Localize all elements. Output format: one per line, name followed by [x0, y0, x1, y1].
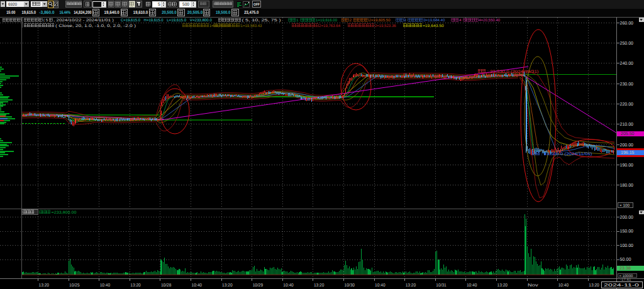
svg-text:240.00: 240.00 — [620, 62, 634, 66]
svg-text:10:40: 10:40 — [100, 283, 111, 288]
svg-text:Nov: Nov — [528, 283, 538, 288]
svg-text:H=19,615.0: H=19,615.0 — [144, 18, 164, 23]
svg-text:150.00: 150.00 — [620, 229, 634, 234]
svg-text:1: 1 — [296, 18, 299, 23]
svg-text:1=19,703.57: 1=19,703.57 — [209, 24, 231, 28]
svg-text:200.00: 200.00 — [620, 143, 634, 148]
svg-text:10/25: 10/25 — [69, 283, 80, 288]
svg-text:14,824,200: 14,824,200 — [74, 11, 91, 15]
svg-text:220.00: 220.00 — [620, 102, 634, 107]
svg-text:6920: 6920 — [8, 3, 17, 7]
svg-text:C=19,615.0: C=19,615.0 — [121, 18, 140, 23]
svg-text:50.00: 50.00 — [620, 258, 631, 262]
svg-text:( Close, 20, 1.0, -1.0, 0, 2.0: ( Close, 20, 1.0, -1.0, 0, 2.0, -2.0 ) — [55, 24, 136, 28]
svg-text:: 19,500.0 (2024/11/01): : 19,500.0 (2024/11/01) — [541, 152, 592, 156]
svg-text:23,475.0: 23,475.0 — [244, 11, 258, 15]
svg-text:10:40: 10:40 — [375, 283, 386, 288]
svg-text:13:20: 13:20 — [497, 283, 508, 288]
svg-text:5: 5 — [158, 3, 160, 7]
svg-text:V=233,800.0: V=233,800.0 — [190, 18, 212, 23]
svg-text:OFF: OFF — [253, 3, 260, 7]
svg-text:190.00: 190.00 — [620, 163, 634, 168]
svg-text:23.38: 23.38 — [619, 266, 631, 271]
svg-text:10/29: 10/29 — [253, 283, 264, 288]
svg-text:100.00: 100.00 — [620, 244, 634, 248]
svg-text:16.44%: 16.44% — [60, 11, 71, 15]
svg-text:10:40: 10:40 — [467, 283, 477, 288]
svg-text:10/30: 10/30 — [345, 283, 355, 288]
svg-text:20,500.0: 20,500.0 — [162, 11, 176, 15]
svg-text:10/28: 10/28 — [161, 283, 172, 288]
svg-text:500: 500 — [182, 3, 189, 7]
svg-text:1=19,616.00: 1=19,616.00 — [316, 18, 337, 23]
svg-text:2024-11-0: 2024-11-0 — [604, 283, 639, 288]
svg-text:13:20: 13:20 — [406, 283, 416, 288]
svg-text:4: 4 — [459, 18, 462, 23]
svg-text:13:20: 13:20 — [589, 283, 599, 288]
svg-text:-3,860.0: -3,860.0 — [39, 11, 54, 15]
svg-text:, 2024/10/22 - 2024/11/01 ): , 2024/10/22 - 2024/11/01 ) — [53, 18, 114, 23]
svg-text:210.00: 210.00 — [620, 123, 634, 127]
svg-text:10:40: 10:40 — [192, 283, 203, 288]
svg-text:4=20,550.40: 4=20,550.40 — [479, 18, 500, 23]
svg-text:3: 3 — [404, 18, 406, 23]
svg-text:( 5: ( 5 — [43, 18, 48, 23]
svg-text:180.00: 180.00 — [620, 183, 634, 188]
svg-text:15:00: 15:00 — [6, 11, 15, 15]
svg-text:20,505.0: 20,505.0 — [187, 11, 203, 15]
svg-text:3=19,684.40: 3=19,684.40 — [423, 18, 445, 23]
svg-text:=233,800.00: =233,800.00 — [52, 210, 77, 215]
svg-text:× 100: × 100 — [619, 204, 630, 208]
svg-text:10/31: 10/31 — [436, 283, 447, 288]
svg-text:200.00: 200.00 — [620, 215, 634, 220]
svg-text:1=19,583.43: 1=19,583.43 — [241, 24, 262, 28]
svg-text:13:20: 13:20 — [39, 283, 50, 288]
svg-text:19,500.0: 19,500.0 — [216, 11, 230, 15]
svg-text:250.00: 250.00 — [620, 41, 634, 46]
svg-text:230.00: 230.00 — [620, 82, 634, 87]
svg-text:13:20: 13:20 — [222, 283, 233, 288]
svg-text:L=19,615.0: L=19,615.0 — [167, 18, 186, 23]
svg-text:19,615.0: 19,615.0 — [21, 11, 36, 15]
svg-text:205.50: 205.50 — [621, 132, 635, 136]
svg-text:19,640.0: 19,640.0 — [104, 11, 119, 15]
svg-text:: 23,530.0 (2024/10/31): : 23,530.0 (2024/10/31) — [487, 70, 539, 74]
svg-text:2=19,605.50: 2=19,605.50 — [369, 18, 391, 23]
svg-text:10:40: 10:40 — [283, 283, 294, 288]
svg-text:196.15: 196.15 — [621, 151, 635, 155]
svg-text:2=19,523.36: 2=19,523.36 — [375, 24, 396, 28]
svg-text:260.00: 260.00 — [620, 21, 634, 26]
svg-text:13:20: 13:20 — [130, 283, 141, 288]
svg-text:( 5, 10, 25, 75 ): ( 5, 10, 25, 75 ) — [242, 18, 281, 23]
svg-text:2=19,763.64: 2=19,763.64 — [319, 24, 340, 28]
svg-text:10:40: 10:40 — [558, 283, 569, 288]
svg-text:=19,643.50: =19,643.50 — [423, 24, 445, 28]
svg-text:13:20: 13:20 — [314, 283, 325, 288]
svg-text:19,610.0: 19,610.0 — [133, 11, 148, 15]
svg-text:2: 2 — [350, 18, 352, 23]
